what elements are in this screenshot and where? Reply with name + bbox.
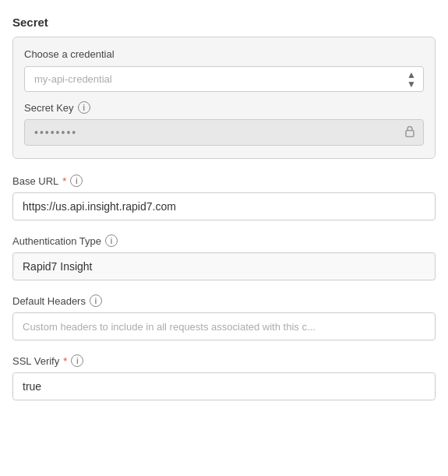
form-container: Secret Choose a credential ▲ ▼ Secret Ke… xyxy=(12,12,436,418)
auth-type-input[interactable] xyxy=(12,252,436,280)
base-url-label-group: Base URL * i xyxy=(12,175,436,187)
secret-section: Secret Choose a credential ▲ ▼ Secret Ke… xyxy=(12,16,436,159)
secret-section-title: Secret xyxy=(12,16,436,29)
auth-type-label-group: Authentication Type i xyxy=(12,234,436,247)
credential-label: Choose a credential xyxy=(24,48,424,60)
base-url-required: * xyxy=(62,175,66,187)
credential-select-wrapper[interactable]: ▲ ▼ xyxy=(24,66,424,92)
secret-box: Choose a credential ▲ ▼ Secret Key i xyxy=(12,37,436,159)
auth-type-field: Authentication Type i xyxy=(12,234,436,280)
auth-type-info-icon[interactable]: i xyxy=(105,234,118,247)
default-headers-field: Default Headers i xyxy=(12,294,436,340)
secret-key-label-group: Secret Key i xyxy=(24,101,424,114)
secret-key-input[interactable] xyxy=(24,119,424,146)
base-url-input[interactable] xyxy=(12,192,436,220)
ssl-verify-label-group: SSL Verify * i xyxy=(12,354,436,367)
default-headers-label-text: Default Headers xyxy=(12,295,86,307)
default-headers-info-icon[interactable]: i xyxy=(90,294,102,307)
base-url-info-icon[interactable]: i xyxy=(70,175,83,187)
secret-key-input-wrapper xyxy=(24,119,424,146)
ssl-verify-field: SSL Verify * i xyxy=(12,354,436,400)
ssl-verify-info-icon[interactable]: i xyxy=(71,354,83,367)
default-headers-label-group: Default Headers i xyxy=(12,294,436,307)
ssl-verify-required: * xyxy=(63,355,67,367)
ssl-verify-label-text: SSL Verify xyxy=(12,355,59,367)
credential-select[interactable] xyxy=(24,66,424,92)
secret-key-label-text: Secret Key xyxy=(24,102,74,114)
secret-key-field: Secret Key i xyxy=(24,101,424,146)
base-url-field: Base URL * i xyxy=(12,175,436,220)
credential-field: Choose a credential ▲ ▼ xyxy=(24,48,424,92)
base-url-label-text: Base URL xyxy=(12,175,58,187)
secret-key-info-icon[interactable]: i xyxy=(78,101,90,114)
lock-icon xyxy=(404,125,416,140)
ssl-verify-input[interactable] xyxy=(12,372,436,400)
default-headers-input[interactable] xyxy=(12,312,436,340)
svg-rect-0 xyxy=(406,131,414,137)
auth-type-label-text: Authentication Type xyxy=(12,235,101,247)
